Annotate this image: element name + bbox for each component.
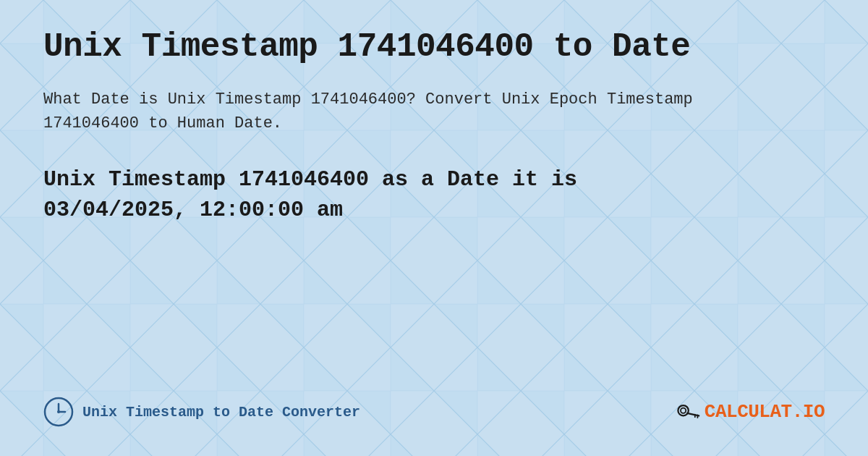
- key-icon: [674, 399, 700, 425]
- clock-icon: [43, 397, 74, 427]
- logo-text: CALCULAT.IO: [705, 401, 825, 423]
- logo-area: CALCULAT.IO: [674, 399, 825, 425]
- page-title: Unix Timestamp 1741046400 to Date: [43, 29, 825, 66]
- svg-point-15: [678, 405, 688, 415]
- result-section: Unix Timestamp 1741046400 as a Date it i…: [43, 164, 825, 225]
- svg-point-16: [681, 408, 686, 413]
- description-text: What Date is Unix Timestamp 1741046400? …: [43, 88, 694, 135]
- footer: Unix Timestamp to Date Converter CALCULA…: [43, 382, 825, 427]
- footer-left: Unix Timestamp to Date Converter: [43, 397, 360, 427]
- result-line1: Unix Timestamp 1741046400 as a Date it i…: [43, 167, 577, 192]
- logo-text-part1: CALCULAT: [705, 401, 792, 423]
- footer-link-text[interactable]: Unix Timestamp to Date Converter: [82, 404, 360, 421]
- result-line2: 03/04/2025, 12:00:00 am: [43, 198, 343, 222]
- svg-point-14: [57, 410, 60, 413]
- logo-dot: .: [792, 401, 803, 423]
- result-text: Unix Timestamp 1741046400 as a Date it i…: [43, 164, 825, 225]
- logo-text-part2: IO: [803, 401, 825, 423]
